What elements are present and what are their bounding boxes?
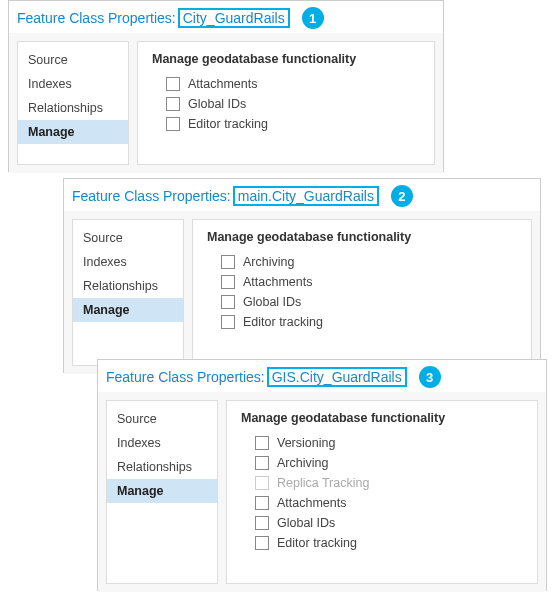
option-label: Archiving <box>243 255 294 269</box>
title-bar: Feature Class Properties: main.City_Guar… <box>64 179 540 211</box>
option-label: Attachments <box>243 275 312 289</box>
title-prefix: Feature Class Properties: <box>106 369 265 385</box>
option-label: Global IDs <box>243 295 301 309</box>
sidebar-item-relationships[interactable]: Relationships <box>73 274 183 298</box>
sidebar-item-manage[interactable]: Manage <box>18 120 128 144</box>
dialog-body: Source Indexes Relationships Manage Mana… <box>98 392 546 592</box>
sidebar-item-relationships[interactable]: Relationships <box>18 96 128 120</box>
checkbox-icon[interactable] <box>221 295 235 309</box>
dialog-body: Source Indexes Relationships Manage Mana… <box>9 33 443 173</box>
option-label: Versioning <box>277 436 335 450</box>
option-attachments[interactable]: Attachments <box>152 74 420 94</box>
sidebar-item-manage[interactable]: Manage <box>107 479 217 503</box>
title-bar: Feature Class Properties: City_GuardRail… <box>9 1 443 33</box>
title-bar: Feature Class Properties: GIS.City_Guard… <box>98 360 546 392</box>
title-name-highlighted: main.City_GuardRails <box>233 186 379 206</box>
callout-badge: 3 <box>419 366 441 388</box>
option-archiving[interactable]: Archiving <box>241 453 523 473</box>
checkbox-icon[interactable] <box>255 456 269 470</box>
option-editor-tracking[interactable]: Editor tracking <box>152 114 420 134</box>
option-attachments[interactable]: Attachments <box>241 493 523 513</box>
sidebar: Source Indexes Relationships Manage <box>72 219 184 366</box>
checkbox-icon[interactable] <box>166 117 180 131</box>
option-editor-tracking[interactable]: Editor tracking <box>207 312 517 332</box>
option-label: Replica Tracking <box>277 476 369 490</box>
option-label: Global IDs <box>277 516 335 530</box>
sidebar-item-indexes[interactable]: Indexes <box>107 431 217 455</box>
callout-badge: 2 <box>391 185 413 207</box>
title-prefix: Feature Class Properties: <box>72 188 231 204</box>
option-label: Global IDs <box>188 97 246 111</box>
dialog-body: Source Indexes Relationships Manage Mana… <box>64 211 540 374</box>
sidebar-item-indexes[interactable]: Indexes <box>18 72 128 96</box>
option-global-ids[interactable]: Global IDs <box>207 292 517 312</box>
title-prefix: Feature Class Properties: <box>17 10 176 26</box>
checkbox-icon[interactable] <box>166 97 180 111</box>
properties-dialog-3: Feature Class Properties: GIS.City_Guard… <box>97 359 547 591</box>
checkbox-icon[interactable] <box>255 436 269 450</box>
content-heading: Manage geodatabase functionality <box>152 52 420 66</box>
checkbox-icon[interactable] <box>166 77 180 91</box>
option-attachments[interactable]: Attachments <box>207 272 517 292</box>
sidebar-item-relationships[interactable]: Relationships <box>107 455 217 479</box>
callout-badge: 1 <box>302 7 324 29</box>
title-name-highlighted: City_GuardRails <box>178 8 290 28</box>
checkbox-icon[interactable] <box>221 275 235 289</box>
sidebar: Source Indexes Relationships Manage <box>106 400 218 584</box>
option-versioning[interactable]: Versioning <box>241 433 523 453</box>
option-label: Attachments <box>277 496 346 510</box>
option-label: Editor tracking <box>188 117 268 131</box>
content-heading: Manage geodatabase functionality <box>207 230 517 244</box>
checkbox-icon[interactable] <box>255 536 269 550</box>
properties-dialog-2: Feature Class Properties: main.City_Guar… <box>63 178 541 373</box>
checkbox-icon <box>255 476 269 490</box>
option-label: Archiving <box>277 456 328 470</box>
sidebar-item-source[interactable]: Source <box>107 407 217 431</box>
sidebar-item-indexes[interactable]: Indexes <box>73 250 183 274</box>
option-archiving[interactable]: Archiving <box>207 252 517 272</box>
sidebar-item-manage[interactable]: Manage <box>73 298 183 322</box>
option-editor-tracking[interactable]: Editor tracking <box>241 533 523 553</box>
option-label: Attachments <box>188 77 257 91</box>
option-label: Editor tracking <box>277 536 357 550</box>
title-name-highlighted: GIS.City_GuardRails <box>267 367 407 387</box>
content-heading: Manage geodatabase functionality <box>241 411 523 425</box>
content-panel: Manage geodatabase functionality Version… <box>226 400 538 584</box>
checkbox-icon[interactable] <box>255 516 269 530</box>
content-panel: Manage geodatabase functionality Attachm… <box>137 41 435 165</box>
sidebar-item-source[interactable]: Source <box>73 226 183 250</box>
sidebar-item-source[interactable]: Source <box>18 48 128 72</box>
option-replica-tracking: Replica Tracking <box>241 473 523 493</box>
properties-dialog-1: Feature Class Properties: City_GuardRail… <box>8 0 444 172</box>
checkbox-icon[interactable] <box>221 315 235 329</box>
content-panel: Manage geodatabase functionality Archivi… <box>192 219 532 366</box>
checkbox-icon[interactable] <box>255 496 269 510</box>
option-global-ids[interactable]: Global IDs <box>152 94 420 114</box>
option-label: Editor tracking <box>243 315 323 329</box>
option-global-ids[interactable]: Global IDs <box>241 513 523 533</box>
sidebar: Source Indexes Relationships Manage <box>17 41 129 165</box>
checkbox-icon[interactable] <box>221 255 235 269</box>
